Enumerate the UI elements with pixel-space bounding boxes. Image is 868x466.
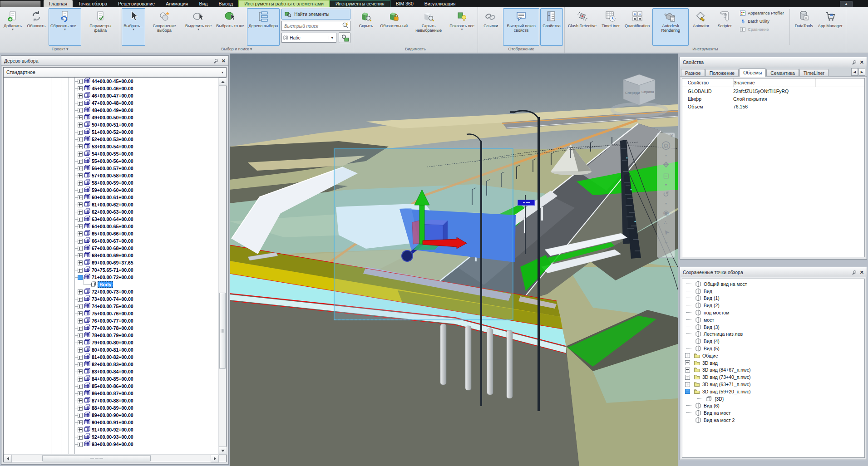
- expand-box[interactable]: [78, 231, 83, 236]
- tree-item[interactable]: 65+00.00-66+00.00: [4, 230, 219, 237]
- hide-unselected-button[interactable]: Скрыть невыбранные: [410, 8, 447, 46]
- column-header[interactable]: Свойство: [682, 78, 734, 87]
- tree-item[interactable]: 87+00.00-88+00.00: [4, 397, 219, 404]
- rendering-button[interactable]: Autodesk Rendering: [652, 8, 689, 46]
- quantification-button[interactable]: Quantification: [623, 8, 651, 46]
- animator-button[interactable]: Animator: [690, 8, 712, 46]
- expand-box[interactable]: [78, 123, 83, 128]
- tree-item-body[interactable]: Body: [4, 281, 219, 288]
- tab-0[interactable]: Главная: [44, 0, 73, 7]
- expand-box[interactable]: [78, 355, 83, 360]
- viewpoint-folder[interactable]: 3D вид (59+20_п.nwc): [682, 388, 864, 395]
- quick-properties-button[interactable]: Быстрый показ свойств: [503, 8, 539, 46]
- tree-item[interactable]: 62+00.00-63+00.00: [4, 208, 219, 216]
- group-label[interactable]: Отображение: [478, 46, 564, 53]
- close-icon[interactable]: ✕: [860, 60, 864, 64]
- expand-box[interactable]: [78, 406, 83, 411]
- quick-search-input[interactable]: [283, 23, 342, 29]
- tree-item[interactable]: 51+00.00-52+00.00: [4, 128, 219, 136]
- expand-box[interactable]: [78, 384, 83, 389]
- tree-item[interactable]: 46+00.00-47+00.00: [4, 92, 219, 99]
- viewpoint-item[interactable]: Вид на мост: [682, 409, 864, 417]
- tree-item[interactable]: 57+00.00-58+00.00: [4, 172, 219, 179]
- viewpoint-item[interactable]: Вид (4): [682, 338, 864, 345]
- appearance-profiler-button[interactable]: Appearance Profiler: [740, 10, 784, 16]
- expand-box[interactable]: [78, 340, 83, 345]
- collapse-icon[interactable]: −: [664, 240, 667, 245]
- expand-box[interactable]: [78, 326, 83, 331]
- tree-item[interactable]: 66+00.00-67+00.00: [4, 237, 219, 245]
- viewpoint-item[interactable]: Вид (1): [682, 295, 864, 302]
- viewpoint-item[interactable]: {3D}: [682, 395, 864, 402]
- tree-item[interactable]: 64+00.00-65+00.00: [4, 223, 219, 230]
- expand-box[interactable]: [78, 362, 83, 367]
- tree-item[interactable]: 69+00.00-69+37.65: [4, 259, 219, 266]
- require-button[interactable]: Обязательный: [378, 8, 409, 46]
- viewpoint-item[interactable]: Вид: [682, 288, 864, 295]
- tree-item[interactable]: 90+00.00-91+00.00: [4, 419, 219, 426]
- viewcube-right-label[interactable]: Справа: [641, 90, 654, 94]
- expand-box[interactable]: [78, 159, 83, 164]
- group-label[interactable]: Проект ▾: [0, 46, 120, 53]
- close-icon[interactable]: ✕: [860, 270, 864, 275]
- group-label[interactable]: Видимость: [353, 46, 478, 53]
- viewpoint-item[interactable]: под мостом: [682, 309, 864, 316]
- expand-box[interactable]: [78, 181, 83, 186]
- tree-item[interactable]: 79+00.00-80+00.00: [4, 339, 219, 346]
- tree-item[interactable]: 67+00.00-68+00.00: [4, 245, 219, 252]
- expand-box[interactable]: [78, 297, 83, 302]
- select-all-button[interactable]: Выделить все▾: [183, 8, 213, 46]
- expand-box[interactable]: [78, 195, 83, 200]
- tree-vertical-scrollbar[interactable]: [218, 78, 226, 455]
- chevron-down-icon[interactable]: ▾: [665, 154, 667, 157]
- tab-7[interactable]: Инструменты сечения: [330, 0, 390, 7]
- tree-item[interactable]: 53+00.00-54+00.00: [4, 143, 219, 150]
- expand-box[interactable]: [685, 360, 690, 365]
- batch-utility-button[interactable]: Batch Utility: [740, 18, 784, 25]
- tab-scroll-right-button[interactable]: ▶: [858, 68, 865, 76]
- tree-item[interactable]: 44+00.00-45+00.00: [4, 78, 219, 85]
- properties-tab-3[interactable]: Семантика: [766, 69, 799, 76]
- 3d-viewport[interactable]: Спереди Справа ⊗ ◎ ▾ ✥ ⊡ ▾ ↺ ▾ ◉ ∴ ➤ −: [230, 54, 678, 466]
- expand-box[interactable]: [78, 166, 83, 171]
- tree-item[interactable]: 70+75.65-71+00.00: [4, 266, 219, 274]
- navbar-close-icon[interactable]: ⊗: [670, 133, 673, 137]
- viewcube-front-label[interactable]: Спереди: [625, 91, 640, 95]
- expand-box[interactable]: [685, 353, 690, 358]
- tree-item[interactable]: 88+00.00-89+00.00: [4, 404, 219, 412]
- expand-box[interactable]: [78, 93, 83, 98]
- pin-icon[interactable]: [852, 270, 856, 275]
- add-file-button[interactable]: Добавить▾: [1, 8, 24, 46]
- links-button[interactable]: Ссылки: [479, 8, 502, 46]
- pin-icon[interactable]: [213, 59, 218, 63]
- viewpoint-item[interactable]: мост: [682, 316, 864, 324]
- orbit-icon[interactable]: ↺: [663, 191, 669, 198]
- walk-icon[interactable]: ∴: [664, 220, 668, 226]
- tree-item[interactable]: 45+00.00-46+00.00: [4, 85, 219, 92]
- expand-box[interactable]: [78, 369, 83, 374]
- tab-3[interactable]: Анимация: [160, 0, 193, 7]
- sets-dropdown[interactable]: Набс▼: [281, 33, 336, 43]
- save-selection-button[interactable]: Сохранение выбора: [146, 8, 182, 46]
- tree-item[interactable]: 89+00.00-90+00.00: [4, 412, 219, 419]
- vertical-scroll-thumb[interactable]: [219, 293, 226, 369]
- tree-item[interactable]: 61+00.00-62+00.00: [4, 201, 219, 208]
- tree-item[interactable]: 59+00.00-60+00.00: [4, 186, 219, 194]
- tree-item[interactable]: 50+00.00-51+00.00: [4, 121, 219, 128]
- tree-item[interactable]: 76+00.00-77+00.00: [4, 317, 219, 324]
- tree-item[interactable]: 83+00.00-84+00.00: [4, 368, 219, 375]
- tree-item[interactable]: 63+00.00-64+00.00: [4, 216, 219, 223]
- expand-box[interactable]: [78, 108, 83, 113]
- tree-item[interactable]: 55+00.00-56+00.00: [4, 157, 219, 165]
- expand-box[interactable]: [78, 420, 83, 425]
- collapse-box[interactable]: [685, 389, 690, 394]
- viewpoint-item[interactable]: Вид (2): [682, 302, 864, 309]
- tab-8[interactable]: BIM 360: [390, 0, 419, 7]
- viewpoint-item[interactable]: Вид (3): [682, 324, 864, 331]
- expand-box[interactable]: [78, 304, 83, 309]
- expand-box[interactable]: [78, 224, 83, 229]
- scripter-button[interactable]: Scripter: [713, 8, 736, 46]
- expand-box[interactable]: [78, 435, 83, 440]
- reset-all-button[interactable]: Сбросить все...▾: [49, 8, 81, 46]
- expand-box[interactable]: [78, 202, 83, 207]
